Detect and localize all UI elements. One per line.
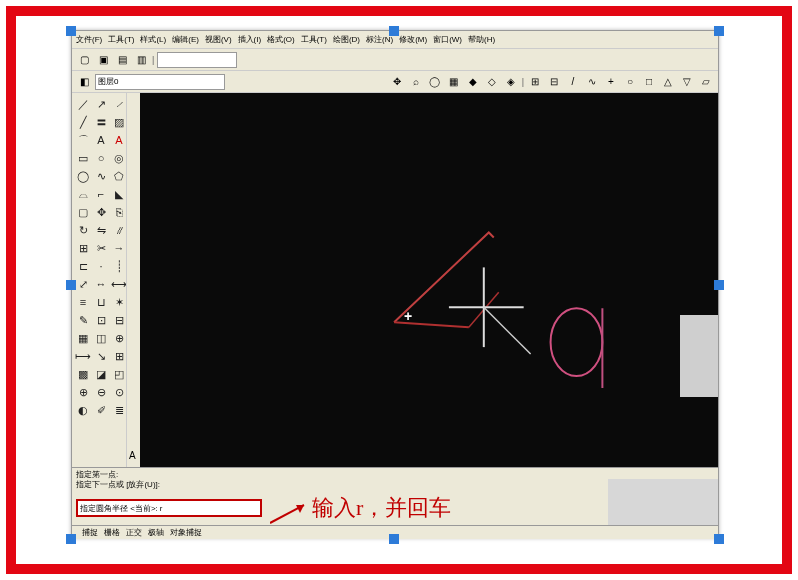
fillet-icon[interactable]: ⌐ [92, 185, 110, 203]
draw-palette: ／ ↗ ⟋ ╱ 〓 ▨ ⌒ A A ▭ ○ ◎ ◯ ∿ ⬠ ⌓ ⌐ ◣ ▢ ✥ [72, 93, 126, 467]
selection-handle[interactable] [714, 280, 724, 290]
tutorial-frame: 文件(F) 工具(T) 样式(L) 编辑(E) 视图(V) 插入(I) 格式(O… [6, 6, 792, 574]
tb-icon-g[interactable]: ∿ [584, 74, 600, 90]
selection-handle[interactable] [66, 26, 76, 36]
tb-icon-c[interactable]: ◈ [503, 74, 519, 90]
spline-icon[interactable]: ∿ [92, 167, 110, 185]
stretch-icon[interactable]: ↔ [92, 275, 110, 293]
svg-point-2 [551, 308, 603, 376]
array-icon[interactable]: ⊞ [74, 239, 92, 257]
cad-window: 文件(F) 工具(T) 样式(L) 编辑(E) 视图(V) 插入(I) 格式(O… [71, 30, 719, 538]
print-icon[interactable]: ▥ [133, 52, 149, 68]
zoom-icon[interactable]: ⌕ [408, 74, 424, 90]
text-tool-icon[interactable]: A [129, 450, 136, 461]
menu-format[interactable]: 格式(O) [267, 34, 295, 45]
orbit2-icon[interactable]: ◐ [74, 401, 92, 419]
canvas-drawing [140, 93, 718, 466]
hatch2-icon[interactable]: ▩ [74, 365, 92, 383]
circle-icon[interactable]: ○ [92, 149, 110, 167]
rotate-icon[interactable]: ↻ [74, 221, 92, 239]
tb-icon-d[interactable]: ⊞ [527, 74, 543, 90]
command-input[interactable]: 指定圆角半径 <当前>: r [76, 499, 262, 517]
arc2-icon[interactable]: ⌓ [74, 185, 92, 203]
work-area: ／ ↗ ⟋ ╱ 〓 ▨ ⌒ A A ▭ ○ ◎ ◯ ∿ ⬠ ⌓ ⌐ ◣ ▢ ✥ [72, 93, 718, 467]
tb-icon-a[interactable]: ◆ [465, 74, 481, 90]
tb-icon-e[interactable]: ⊟ [546, 74, 562, 90]
selection-handle[interactable] [389, 534, 399, 544]
menu-style[interactable]: 样式(L) [140, 34, 166, 45]
xline-icon[interactable]: ╱ [74, 113, 92, 131]
rect2-icon[interactable]: ▢ [74, 203, 92, 221]
menu-file[interactable]: 文件(F) [76, 34, 102, 45]
rect-icon[interactable]: ▭ [74, 149, 92, 167]
menu-view[interactable]: 视图(V) [205, 34, 232, 45]
text-icon[interactable]: A [92, 131, 110, 149]
selection-handle[interactable] [66, 534, 76, 544]
tb-icon-h[interactable]: + [603, 74, 619, 90]
mirror-icon[interactable]: ⇋ [92, 221, 110, 239]
tb-icon-m[interactable]: ▱ [698, 74, 714, 90]
file-combo[interactable] [157, 52, 237, 68]
align-icon[interactable]: ≡ [74, 293, 92, 311]
new-icon[interactable]: ▢ [76, 52, 92, 68]
pan-icon[interactable]: ✥ [389, 74, 405, 90]
menu-window[interactable]: 窗口(W) [433, 34, 462, 45]
zoom1-icon[interactable]: ⊕ [74, 383, 92, 401]
tb-icon-f[interactable]: / [565, 74, 581, 90]
point-icon[interactable]: · [92, 257, 110, 275]
open-icon[interactable]: ▣ [95, 52, 111, 68]
tb-icon-b[interactable]: ◇ [484, 74, 500, 90]
tb-icon-i[interactable]: ○ [622, 74, 638, 90]
selection-handle[interactable] [66, 280, 76, 290]
svg-line-4 [484, 307, 531, 354]
region-icon[interactable]: ◪ [92, 365, 110, 383]
mline-icon[interactable]: 〓 [92, 113, 110, 131]
menu-modify[interactable]: 修改(M) [399, 34, 427, 45]
status-grid[interactable]: 栅格 [104, 527, 120, 538]
zoom2-icon[interactable]: ⊖ [92, 383, 110, 401]
view-icon[interactable]: ▦ [446, 74, 462, 90]
layer-combo[interactable]: 图层0 [95, 74, 225, 90]
line-icon[interactable]: ／ [74, 95, 92, 113]
separator: | [522, 77, 524, 87]
group-icon[interactable]: ⊡ [92, 311, 110, 329]
orbit-icon[interactable]: ◯ [427, 74, 443, 90]
tb-icon-l[interactable]: ▽ [679, 74, 695, 90]
drawing-canvas[interactable]: + [140, 93, 718, 467]
scale-icon[interactable]: ⤢ [74, 275, 92, 293]
selection-handle[interactable] [714, 26, 724, 36]
tb-icon-k[interactable]: △ [660, 74, 676, 90]
ray-icon[interactable]: ↗ [92, 95, 110, 113]
layer-icon[interactable]: ◧ [76, 74, 92, 90]
separator: | [152, 55, 154, 65]
status-snap[interactable]: 捕捉 [82, 527, 98, 538]
annotation-text: 输入r，并回车 [312, 493, 451, 523]
block-icon[interactable]: ◫ [92, 329, 110, 347]
selection-handle[interactable] [714, 534, 724, 544]
arc-icon[interactable]: ⌒ [74, 131, 92, 149]
menu-tools[interactable]: 工具(T) [108, 34, 134, 45]
edit-icon[interactable]: ✎ [74, 311, 92, 329]
selection-handle[interactable] [389, 26, 399, 36]
status-osnap[interactable]: 对象捕捉 [170, 527, 202, 538]
tb-icon-j[interactable]: □ [641, 74, 657, 90]
status-ortho[interactable]: 正交 [126, 527, 142, 538]
save-icon[interactable]: ▤ [114, 52, 130, 68]
ellipse-icon[interactable]: ◯ [74, 167, 92, 185]
leader-icon[interactable]: ↘ [92, 347, 110, 365]
menu-ttools[interactable]: 工具(T) [301, 34, 327, 45]
side-toolbar: A [126, 93, 140, 467]
pedit-icon[interactable]: ✐ [92, 401, 110, 419]
menu-draw[interactable]: 绘图(D) [333, 34, 360, 45]
join-icon[interactable]: ⊔ [92, 293, 110, 311]
status-polar[interactable]: 极轴 [148, 527, 164, 538]
side-overlay [680, 315, 718, 397]
menu-edit[interactable]: 编辑(E) [172, 34, 199, 45]
trim-icon[interactable]: ✂ [92, 239, 110, 257]
move-icon[interactable]: ✥ [92, 203, 110, 221]
menu-help[interactable]: 帮助(H) [468, 34, 495, 45]
table-icon[interactable]: ▦ [74, 329, 92, 347]
menu-insert[interactable]: 插入(I) [238, 34, 262, 45]
dim-icon[interactable]: ⟼ [74, 347, 92, 365]
break-icon[interactable]: ⊏ [74, 257, 92, 275]
